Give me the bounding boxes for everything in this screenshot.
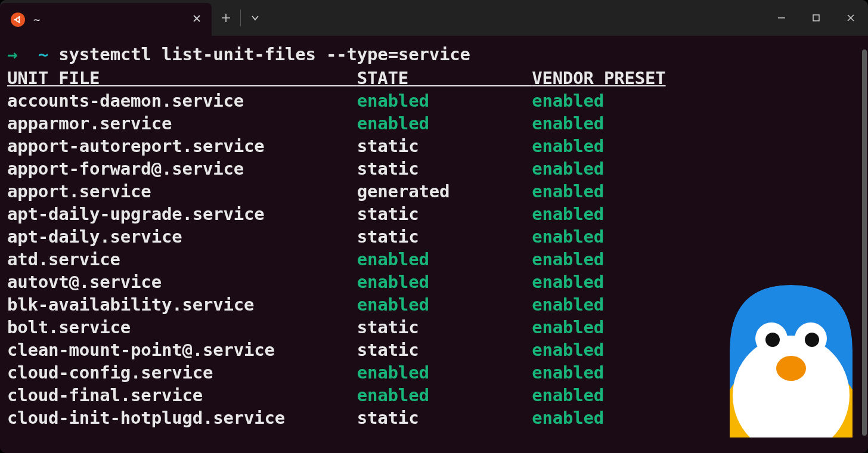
- tabbar-controls: [212, 0, 868, 36]
- unit-file: apport-autoreport.service: [7, 135, 357, 157]
- tab-title: ~: [33, 13, 184, 26]
- state-value: enabled: [357, 361, 532, 384]
- table-row: apt-daily.service static enabled: [7, 225, 861, 248]
- unit-file: bolt.service: [7, 316, 357, 339]
- state-value: static: [357, 135, 532, 157]
- close-tab-icon[interactable]: [193, 14, 201, 25]
- tab-dropdown-button[interactable]: [241, 4, 269, 32]
- preset-value: enabled: [532, 407, 604, 429]
- unit-file: cloud-final.service: [7, 384, 357, 407]
- preset-value: enabled: [532, 361, 604, 384]
- terminal-output[interactable]: → ~ systemctl list-unit-files --type=ser…: [7, 43, 861, 446]
- preset-value: enabled: [532, 384, 604, 407]
- unit-file: apport-forward@.service: [7, 157, 357, 180]
- state-value: enabled: [357, 293, 532, 316]
- table-row: apport.service generated enabled: [7, 180, 861, 203]
- state-value: enabled: [357, 248, 532, 271]
- state-value: enabled: [357, 384, 532, 407]
- preset-value: enabled: [532, 248, 604, 271]
- table-row: bolt.service static enabled: [7, 316, 861, 339]
- preset-value: enabled: [532, 316, 604, 339]
- col-preset: VENDOR PRESET: [532, 66, 665, 89]
- table-row: autovt@.service enabled enabled: [7, 271, 861, 293]
- ubuntu-icon: [11, 13, 25, 27]
- scrollbar-thumb[interactable]: [862, 49, 867, 436]
- state-value: enabled: [357, 89, 532, 112]
- table-header: UNIT FILE STATE VENDOR PRESET: [7, 66, 861, 89]
- preset-value: enabled: [532, 180, 604, 203]
- table-row: blk-availability.service enabled enabled: [7, 293, 861, 316]
- table-row: apport-autoreport.service static enabled: [7, 135, 861, 157]
- preset-value: enabled: [532, 157, 604, 180]
- maximize-button[interactable]: [799, 4, 833, 32]
- preset-value: enabled: [532, 112, 604, 135]
- unit-file: apparmor.service: [7, 112, 357, 135]
- preset-value: enabled: [532, 135, 604, 157]
- unit-file: apt-daily-upgrade.service: [7, 203, 357, 225]
- preset-value: enabled: [532, 271, 604, 293]
- table-row: apparmor.service enabled enabled: [7, 112, 861, 135]
- terminal-window: ~: [0, 0, 868, 453]
- prompt-line: → ~ systemctl list-unit-files --type=ser…: [7, 43, 861, 66]
- close-window-button[interactable]: [833, 4, 868, 32]
- state-value: static: [357, 316, 532, 339]
- state-value: enabled: [357, 112, 532, 135]
- col-state: STATE: [357, 66, 532, 89]
- unit-file: atd.service: [7, 248, 357, 271]
- preset-value: enabled: [532, 203, 604, 225]
- unit-file: cloud-config.service: [7, 361, 357, 384]
- table-row: cloud-final.service enabled enabled: [7, 384, 861, 407]
- table-row: cloud-init-hotplugd.service static enabl…: [7, 407, 861, 429]
- unit-file: apt-daily.service: [7, 225, 357, 248]
- table-row: atd.service enabled enabled: [7, 248, 861, 271]
- preset-value: enabled: [532, 293, 604, 316]
- table-row: accounts-daemon.service enabled enabled: [7, 89, 861, 112]
- unit-file: cloud-init-hotplugd.service: [7, 407, 357, 429]
- window-controls: [764, 4, 868, 32]
- prompt-arrow: →: [7, 43, 17, 66]
- unit-file: apport.service: [7, 180, 357, 203]
- preset-value: enabled: [532, 89, 604, 112]
- state-value: static: [357, 157, 532, 180]
- unit-file: blk-availability.service: [7, 293, 357, 316]
- preset-value: enabled: [532, 339, 604, 361]
- svg-rect-3: [813, 15, 819, 21]
- minimize-button[interactable]: [764, 4, 799, 32]
- prompt-cwd: ~: [38, 43, 48, 66]
- table-row: apt-daily-upgrade.service static enabled: [7, 203, 861, 225]
- preset-value: enabled: [532, 225, 604, 248]
- state-value: static: [357, 225, 532, 248]
- table-row: clean-mount-point@.service static enable…: [7, 339, 861, 361]
- state-value: enabled: [357, 271, 532, 293]
- unit-file: autovt@.service: [7, 271, 357, 293]
- state-value: static: [357, 203, 532, 225]
- col-unit: UNIT FILE: [7, 66, 357, 89]
- titlebar: ~: [0, 0, 868, 36]
- new-tab-button[interactable]: [212, 4, 240, 32]
- tab-active[interactable]: ~: [0, 3, 212, 36]
- table-row: cloud-config.service enabled enabled: [7, 361, 861, 384]
- state-value: static: [357, 339, 532, 361]
- table-row: apport-forward@.service static enabled: [7, 157, 861, 180]
- unit-file: clean-mount-point@.service: [7, 339, 357, 361]
- state-value: static: [357, 407, 532, 429]
- unit-file: accounts-daemon.service: [7, 89, 357, 112]
- state-value: generated: [357, 180, 532, 203]
- command-text: systemctl list-unit-files --type=service: [58, 43, 470, 66]
